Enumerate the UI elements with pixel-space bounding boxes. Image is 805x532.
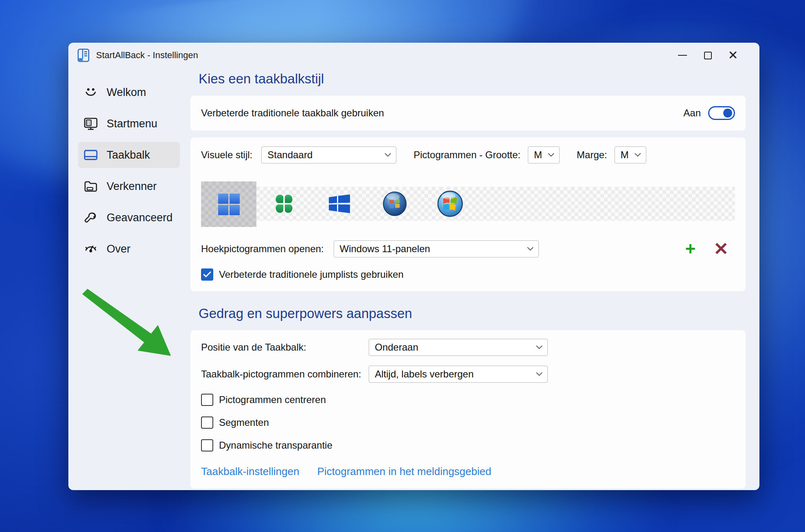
startmenu-icon: [84, 117, 98, 131]
settings-main-panel: Kies een taakbalkstijl Verbeterde tradit…: [190, 68, 759, 490]
chevron-down-icon: [634, 153, 641, 157]
desktop-wallpaper: StartAllBack - Instellingen ✕ Welkom: [0, 0, 805, 532]
toggle-state-label: Aan: [683, 107, 701, 119]
gauge-icon: [84, 242, 98, 256]
margin-select[interactable]: M: [615, 146, 646, 164]
style-section-heading: Kies een taakbalkstijl: [199, 71, 746, 87]
dynamic-transparency-checkbox[interactable]: [201, 439, 213, 451]
enhanced-taskbar-card: Verbeterde traditionele taakbalk gebruik…: [190, 96, 746, 131]
visual-style-label: Visuele stijl:: [201, 149, 252, 161]
margin-label: Marge:: [577, 149, 607, 161]
chevron-down-icon: [548, 153, 554, 157]
combine-icons-row: Taakbalk-pictogrammen combineren: Altijd…: [201, 365, 735, 383]
taskbar-settings-link[interactable]: Taakbalk-instellingen: [201, 465, 299, 478]
chevron-down-icon: [527, 247, 534, 251]
dynamic-transparency-row[interactable]: Dynamische transparantie: [201, 439, 735, 451]
behavior-section-heading: Gedrag en superpowers aanpassen: [199, 306, 746, 321]
style-options-strip: [201, 181, 735, 227]
wrench-icon: [84, 211, 98, 225]
sidebar-item-verkenner[interactable]: Verkenner: [78, 173, 180, 199]
behavior-card: Positie van de Taakbalk: Onderaan Taakba…: [190, 330, 746, 488]
annotation-arrow: [81, 288, 180, 359]
visual-style-select[interactable]: Standaard: [261, 146, 396, 164]
windows-7-orb-icon: [437, 190, 463, 217]
startallback-app-icon: [77, 48, 90, 62]
sidebar-item-welkom[interactable]: Welkom: [78, 79, 180, 105]
corner-icons-select[interactable]: Windows 11-panelen: [334, 240, 539, 257]
icon-size-label: Pictogrammen - Grootte:: [413, 149, 521, 161]
center-icons-row[interactable]: Pictogrammen centreren: [201, 394, 735, 406]
taskbar-position-label: Positie van de Taakbalk:: [201, 342, 306, 353]
check-icon: [203, 271, 211, 278]
titlebar[interactable]: StartAllBack - Instellingen ✕: [68, 43, 759, 68]
style-option-windows-7[interactable]: [422, 187, 478, 221]
style-option-clover[interactable]: [256, 187, 312, 221]
chevron-down-icon: [385, 153, 391, 157]
style-option-windows-vista[interactable]: [367, 187, 422, 221]
segments-row[interactable]: Segmenten: [201, 416, 735, 429]
sidebar-item-label: Geavanceerd: [107, 211, 173, 224]
segments-checkbox[interactable]: [201, 416, 213, 429]
smiley-icon: [84, 85, 98, 99]
windows-vista-orb-icon: [383, 191, 407, 216]
minimize-icon: [678, 55, 687, 56]
add-style-button[interactable]: +: [685, 240, 696, 258]
remove-style-button[interactable]: ✕: [713, 240, 728, 258]
startallback-settings-window: StartAllBack - Instellingen ✕ Welkom: [68, 43, 759, 490]
sidebar-item-label: Startmenu: [107, 118, 158, 130]
combine-icons-label: Taakbalk-pictogrammen combineren:: [201, 368, 361, 380]
chevron-down-icon: [536, 345, 542, 349]
sidebar-item-label: Welkom: [107, 86, 146, 99]
style-option-windows-11[interactable]: [201, 181, 256, 227]
sidebar-item-geavanceerd[interactable]: Geavanceerd: [78, 205, 180, 231]
window-controls: ✕: [670, 45, 759, 66]
jumplists-checkbox-label: Verbeterde traditionele jumplists gebrui…: [219, 269, 404, 280]
sidebar-item-label: Verkenner: [107, 180, 157, 193]
sidebar: Welkom Startmenu: [68, 68, 190, 490]
icon-size-select[interactable]: M: [528, 146, 560, 164]
sidebar-item-label: Over: [107, 243, 131, 255]
windows-8-logo-icon: [328, 194, 351, 214]
taskbar-position-row: Positie van de Taakbalk: Onderaan: [201, 338, 735, 356]
jumplists-checkbox[interactable]: [201, 268, 213, 281]
jumplists-checkbox-row[interactable]: Verbeterde traditionele jumplists gebrui…: [201, 268, 735, 281]
sidebar-item-startmenu[interactable]: Startmenu: [78, 111, 180, 137]
enhanced-taskbar-label: Verbeterde traditionele taakbalk gebruik…: [201, 107, 384, 119]
close-icon: ✕: [728, 49, 738, 61]
folder-icon: [84, 179, 98, 193]
maximize-button[interactable]: [695, 45, 720, 66]
enhanced-taskbar-toggle[interactable]: [708, 106, 735, 120]
combine-icons-select[interactable]: Altijd, labels verbergen: [369, 366, 548, 383]
close-button[interactable]: ✕: [720, 45, 746, 66]
sidebar-item-taakbalk[interactable]: Taakbalk: [78, 142, 180, 168]
center-icons-checkbox[interactable]: [201, 394, 213, 406]
windows-11-logo-icon: [217, 192, 241, 216]
clover-logo-icon: [273, 193, 295, 214]
corner-icons-label: Hoekpictogrammen openen:: [201, 243, 324, 255]
taskbar-position-select[interactable]: Onderaan: [369, 339, 548, 356]
style-option-windows-8[interactable]: [312, 187, 367, 221]
window-title: StartAllBack - Instellingen: [96, 50, 198, 61]
chevron-down-icon: [536, 372, 542, 376]
sidebar-item-label: Taakbalk: [107, 149, 150, 161]
toggle-knob: [723, 109, 732, 118]
sidebar-item-over[interactable]: Over: [78, 236, 180, 262]
taskbar-style-card: Visuele stijl: Standaard Pictogrammen - …: [190, 137, 746, 291]
notification-area-icons-link[interactable]: Pictogrammen in het meldingsgebied: [317, 465, 491, 478]
minimize-button[interactable]: [670, 45, 695, 66]
maximize-icon: [704, 52, 712, 59]
taskbar-icon: [84, 148, 98, 162]
